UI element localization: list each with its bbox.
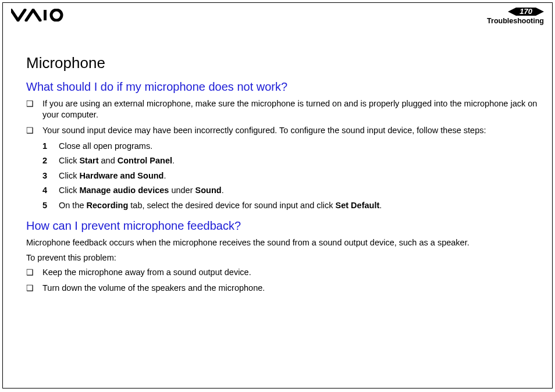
paragraph: Microphone feedback occurs when the micr… bbox=[26, 237, 539, 249]
bullet-icon: ❑ bbox=[26, 125, 42, 136]
document-page: 170 Troubleshooting Microphone What shou… bbox=[2, 2, 553, 389]
vaio-logo bbox=[11, 9, 67, 22]
paragraph: To prevent this problem: bbox=[26, 252, 539, 264]
list-item: 5 On the Recording tab, select the desir… bbox=[42, 200, 539, 212]
bullet-icon: ❑ bbox=[26, 283, 42, 293]
list-item: 1 Close all open programs. bbox=[42, 141, 539, 152]
step-number: 4 bbox=[42, 185, 59, 197]
svg-rect-0 bbox=[44, 10, 47, 20]
step-text: Click Hardware and Sound. bbox=[59, 170, 166, 182]
step-number: 1 bbox=[42, 141, 59, 152]
list-item-text: If you are using an external microphone,… bbox=[42, 98, 539, 120]
list-item: 4 Click Manage audio devices under Sound… bbox=[42, 185, 539, 197]
step-text: On the Recording tab, select the desired… bbox=[59, 200, 382, 212]
svg-point-1 bbox=[51, 10, 62, 20]
list-item: 2 Click Start and Control Panel. bbox=[42, 155, 539, 167]
step-list: 1 Close all open programs. 2 Click Start… bbox=[26, 141, 539, 212]
page-header: 170 Troubleshooting bbox=[3, 3, 552, 33]
question-heading: What should I do if my microphone does n… bbox=[26, 80, 539, 94]
step-number: 3 bbox=[42, 170, 59, 182]
list-item-text: Turn down the volume of the speakers and… bbox=[42, 283, 265, 294]
step-number: 5 bbox=[42, 200, 59, 212]
bullet-list: ❑ Keep the microphone away from a sound … bbox=[26, 267, 539, 294]
page-nav: 170 Troubleshooting bbox=[487, 8, 544, 25]
bullet-list: ❑ If you are using an external microphon… bbox=[26, 98, 539, 136]
question-heading: How can I prevent microphone feedback? bbox=[26, 219, 539, 233]
step-number: 2 bbox=[42, 155, 59, 167]
list-item: ❑ Keep the microphone away from a sound … bbox=[26, 267, 539, 278]
bullet-icon: ❑ bbox=[26, 267, 42, 277]
step-text: Click Manage audio devices under Sound. bbox=[59, 185, 224, 197]
bullet-icon: ❑ bbox=[26, 98, 42, 109]
list-item: ❑ Your sound input device may have been … bbox=[26, 125, 539, 136]
list-item-text: Your sound input device may have been in… bbox=[42, 125, 486, 136]
page-number: 170 bbox=[516, 8, 536, 16]
prev-page-arrow-icon[interactable] bbox=[508, 8, 516, 16]
list-item-text: Keep the microphone away from a sound ou… bbox=[42, 267, 251, 278]
step-text: Close all open programs. bbox=[59, 141, 152, 152]
page-title: Microphone bbox=[26, 54, 539, 72]
page-content: Microphone What should I do if my microp… bbox=[3, 33, 552, 294]
next-page-arrow-icon[interactable] bbox=[536, 8, 544, 16]
step-text: Click Start and Control Panel. bbox=[59, 155, 175, 167]
list-item: ❑ If you are using an external microphon… bbox=[26, 98, 539, 120]
section-name: Troubleshooting bbox=[487, 17, 544, 25]
list-item: ❑ Turn down the volume of the speakers a… bbox=[26, 283, 539, 294]
list-item: 3 Click Hardware and Sound. bbox=[42, 170, 539, 182]
